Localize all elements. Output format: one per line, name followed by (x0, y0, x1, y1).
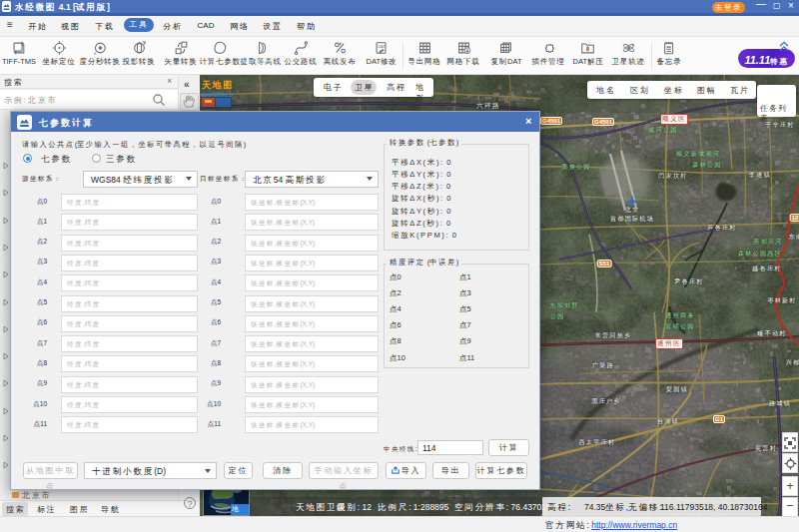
svg-text:天地图: 天地图 (201, 80, 233, 90)
svg-text:DAT: DAT (379, 44, 387, 49)
